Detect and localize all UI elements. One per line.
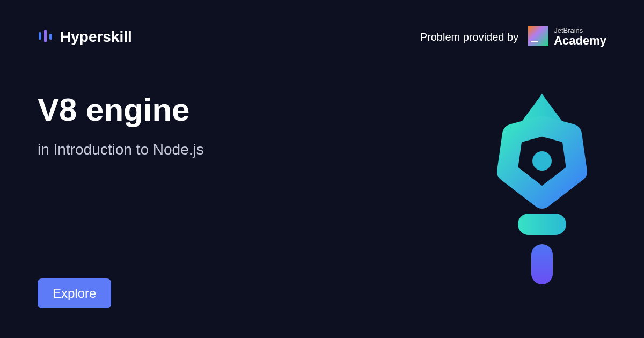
provider-block: Problem provided by JetBrains xyxy=(420,26,606,48)
pen-figure-icon xyxy=(488,91,596,284)
jetbrains-label-large: Academy xyxy=(554,34,606,47)
svg-rect-1 xyxy=(44,30,47,42)
svg-rect-3 xyxy=(528,26,548,46)
jetbrains-label-small: JetBrains xyxy=(554,27,606,34)
svg-rect-2 xyxy=(49,34,52,40)
jetbrains-text: JetBrains Academy xyxy=(554,27,606,47)
explore-button[interactable]: Explore xyxy=(38,278,111,308)
svg-rect-7 xyxy=(531,244,553,284)
hyperskill-logo-text: Hyperskill xyxy=(60,28,132,46)
jetbrains-square-icon xyxy=(528,26,548,48)
hyperskill-logo: Hyperskill xyxy=(38,28,132,46)
svg-point-5 xyxy=(532,151,552,171)
svg-rect-6 xyxy=(518,214,566,235)
jetbrains-academy-logo: JetBrains Academy xyxy=(528,26,606,48)
svg-rect-0 xyxy=(39,32,41,40)
svg-rect-4 xyxy=(531,41,538,42)
explore-button-label: Explore xyxy=(53,286,96,300)
hyperskill-bars-icon xyxy=(38,28,54,46)
header: Hyperskill Problem provided by xyxy=(0,0,644,48)
provider-label: Problem provided by xyxy=(420,31,518,43)
